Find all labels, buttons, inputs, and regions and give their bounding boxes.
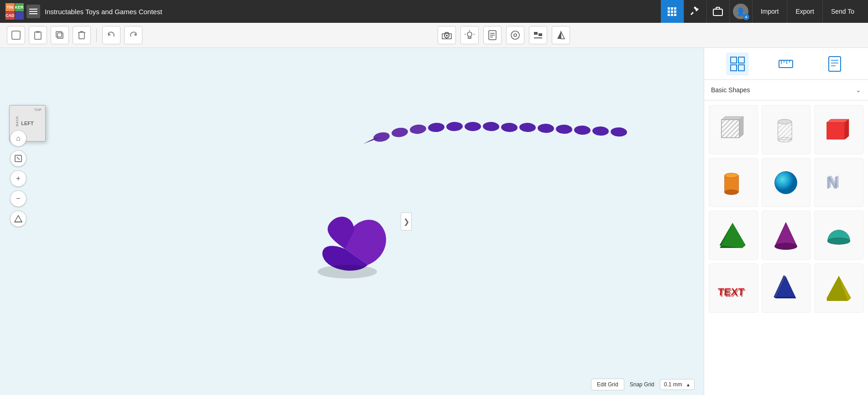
svg-point-36 [483,121,500,131]
svg-point-20 [514,34,517,37]
svg-rect-51 [738,57,744,63]
edit-grid-button[interactable]: Edit Grid [591,379,624,390]
panel-grid-button[interactable] [726,53,749,75]
duplicate-icon [55,30,65,40]
shape-text-3d[interactable]: N N [814,158,863,207]
svg-marker-82 [720,223,745,248]
svg-point-33 [428,122,444,132]
panel-collapse-button[interactable]: ❯ [401,212,412,231]
svg-rect-59 [829,57,841,71]
spine-object [363,121,627,144]
svg-rect-2 [35,32,41,39]
zoom-in-button[interactable]: + [10,170,26,187]
export-button[interactable]: Export [787,0,822,23]
fit-view-button[interactable] [10,150,26,167]
workplane-icon [11,30,21,40]
logo-blank [15,12,24,20]
logo-ker: KER [15,3,24,11]
light-button[interactable] [460,26,479,44]
hammer-icon [690,6,701,17]
paste-button[interactable] [29,26,47,44]
svg-text:TEXT: TEXT [718,287,746,299]
paste-icon [33,30,42,40]
snap-grid-value[interactable]: 0.1 mm ▲ [660,379,695,390]
svg-point-13 [446,35,448,37]
svg-point-37 [501,122,518,132]
svg-marker-74 [845,119,849,139]
toolbar-divider-1 [96,28,97,42]
tinkercad-logo[interactable]: TIN KER CAD [5,3,22,20]
shape-text-red[interactable]: TEXT TEXT [709,263,758,313]
project-title: Instructables Toys and Games Contest [45,8,656,16]
shape-cylinder[interactable] [709,158,758,207]
svg-point-39 [538,123,554,133]
svg-rect-69 [778,121,792,139]
undo-icon [106,30,116,40]
shape-selector[interactable]: Basic Shapes ⌄ [704,80,868,100]
workplane-button[interactable] [7,26,25,44]
notes-icon [488,30,497,40]
svg-marker-11 [134,33,136,36]
duplicate-button[interactable] [51,26,69,44]
shape-selector-label: Basic Shapes [711,86,750,94]
toolbar-center [146,26,861,44]
mirror-button[interactable] [552,26,570,44]
svg-rect-4 [58,33,63,38]
shape-selector-dropdown-arrow[interactable]: ⌄ [856,86,861,94]
perspective-button[interactable] [10,211,26,227]
prism-blue-preview [770,272,802,304]
panel-ruler-button[interactable] [774,53,797,75]
zoom-out-button[interactable]: − [10,190,26,207]
align-icon [533,31,543,39]
svg-point-38 [519,122,536,132]
redo-button[interactable] [124,26,142,44]
svg-point-78 [775,171,797,194]
projects-button[interactable] [706,0,729,23]
rulers-button[interactable] [506,26,524,44]
shape-pyramid-green[interactable] [709,211,758,260]
shape-sphere[interactable] [762,158,811,207]
send-to-button[interactable]: Send To [822,0,863,23]
svg-marker-66 [739,116,743,137]
right-panel-icons [704,48,868,80]
svg-point-40 [556,124,573,134]
panel-grid-icon [729,56,746,72]
menu-icon[interactable] [26,5,40,18]
import-button[interactable]: Import [752,0,787,23]
delete-button[interactable] [73,26,91,44]
shape-box[interactable] [814,105,863,154]
home-view-button[interactable]: ⌂ [10,130,26,147]
undo-button[interactable] [102,26,120,44]
svg-point-41 [574,125,591,135]
shape-prism-blue[interactable] [762,263,811,313]
svg-point-76 [725,173,738,178]
svg-text:N: N [828,172,840,191]
svg-point-19 [511,31,519,39]
pacman-object [318,217,386,279]
pyramid-yellow-preview [823,272,855,304]
shape-cylinder-hole[interactable] [762,105,811,154]
panel-notes-button[interactable] [823,53,846,75]
rulers-icon [510,30,520,40]
notes-button[interactable] [483,26,502,44]
shape-box-hole[interactable] [709,105,758,154]
svg-rect-52 [731,65,737,71]
cone-purple-preview [770,219,802,251]
grid-view-button[interactable] [661,0,684,23]
shape-dome-teal[interactable] [814,211,863,260]
user-button[interactable]: 👤 + [729,0,752,23]
svg-marker-84 [775,222,797,247]
shape-pyramid-yellow[interactable] [814,263,863,313]
camera-icon [441,31,452,40]
svg-point-71 [778,137,792,142]
build-button[interactable] [684,0,706,23]
viewport[interactable]: TOP BACK LEFT ⌂ + − [0,48,704,395]
camera-button[interactable] [438,26,456,44]
align-button[interactable] [529,26,547,44]
svg-rect-67 [722,120,739,137]
shape-cone-purple[interactable] [762,211,811,260]
svg-line-47 [17,157,20,160]
cube-top-label: TOP [34,108,42,112]
svg-point-70 [778,119,792,124]
redo-icon [128,30,138,40]
